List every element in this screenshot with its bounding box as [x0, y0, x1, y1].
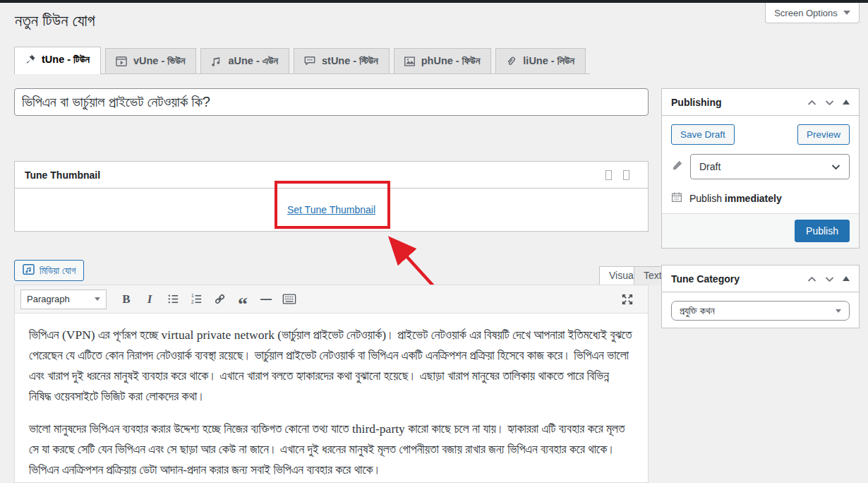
- chevron-down-icon: [836, 309, 841, 313]
- tune-thumbnail-header: Tune Thumbnail: [15, 162, 648, 189]
- fullscreen-icon[interactable]: [617, 290, 638, 309]
- numbered-list-button[interactable]: 12: [186, 290, 207, 309]
- tab-label: liUne - লিউন: [523, 55, 574, 67]
- status-select[interactable]: Draft: [690, 154, 850, 179]
- tab-phune[interactable]: phUne - ফিউন: [394, 48, 492, 73]
- paragraph-format-dropdown[interactable]: Paragraph: [20, 290, 107, 309]
- save-draft-button[interactable]: Save Draft: [671, 124, 735, 145]
- bullet-list-button[interactable]: [162, 290, 183, 309]
- editor-body[interactable]: ভিপিএন (VPN) এর পূর্ণরূপ হচ্ছে virtual p…: [15, 314, 648, 480]
- pushpin-icon: [24, 54, 36, 66]
- publishing-footer: Publish: [662, 213, 859, 248]
- tune-thumbnail-title: Tune Thumbnail: [25, 169, 100, 181]
- tab-label: vUne - ভিউন: [133, 55, 186, 67]
- panel-controls: [807, 96, 850, 109]
- paperclip-icon: [505, 55, 517, 67]
- tab-label: aUne - এউন: [228, 55, 278, 67]
- collapse-icon[interactable]: [843, 276, 850, 281]
- admin-bar-edge: [0, 0, 868, 3]
- move-up-icon[interactable]: [605, 170, 612, 180]
- collapse-icon[interactable]: [843, 100, 850, 105]
- publishing-header: Publishing: [662, 89, 859, 116]
- tune-thumbnail-body: Set Tune Thumbnail: [15, 189, 648, 231]
- move-up-icon[interactable]: [807, 96, 816, 109]
- svg-text:2: 2: [191, 299, 193, 304]
- music-note-icon: [210, 55, 222, 67]
- tune-thumbnail-metabox: Tune Thumbnail Set Tune Thumbnail: [14, 161, 649, 232]
- schedule-value: immediately: [725, 193, 782, 204]
- panel-controls: [807, 273, 850, 285]
- chevron-down-icon: [95, 297, 100, 301]
- move-down-icon[interactable]: [825, 273, 834, 285]
- category-value: প্রযুক্তি কথন: [680, 305, 715, 317]
- horizontal-rule-button[interactable]: —: [255, 290, 277, 309]
- tab-stune[interactable]: stUne - স্টিউন: [294, 48, 390, 73]
- body-paragraph: ভিপিএন (VPN) এর পূর্ণরূপ হচ্ছে virtual p…: [29, 325, 634, 407]
- publishing-title: Publishing: [671, 97, 722, 108]
- editor-mode-tabs: Visual Text: [14, 266, 649, 285]
- blockquote-button[interactable]: “: [232, 290, 253, 309]
- category-select[interactable]: প্রযুক্তি কথন: [671, 301, 850, 321]
- tab-liune[interactable]: liUne - লিউন: [495, 48, 586, 73]
- tune-title-input[interactable]: [14, 88, 649, 116]
- set-tune-thumbnail-link[interactable]: Set Tune Thumbnail: [287, 204, 375, 215]
- metabox-controls: [605, 170, 629, 180]
- format-label: Paragraph: [27, 294, 70, 304]
- italic-button[interactable]: I: [139, 290, 160, 309]
- tab-vune[interactable]: vUne - ভিউন: [105, 48, 197, 73]
- bold-button[interactable]: B: [116, 290, 137, 309]
- tab-label: phUne - ফিউন: [421, 55, 481, 67]
- publishing-body: Save Draft Preview Draft Publish immed: [662, 116, 859, 205]
- screen-options-button[interactable]: Screen Options: [765, 3, 860, 23]
- image-icon: [404, 56, 416, 67]
- move-down-icon[interactable]: [825, 96, 834, 109]
- status-value: Draft: [699, 161, 721, 172]
- chat-icon: [303, 55, 316, 67]
- calendar-icon: [671, 191, 682, 205]
- add-new-tune-page: Screen Options নতুন টিউন যোগ tUne - টিউন…: [0, 0, 868, 483]
- link-button[interactable]: [209, 290, 230, 309]
- tune-category-panel: Tune Category প্রযুক্তি কথন: [661, 265, 860, 328]
- video-icon: [115, 56, 128, 67]
- body-paragraph: ভালো মানুষদের ভিপিএন ব্যবহার করার উদ্দেশ…: [29, 419, 634, 480]
- svg-text:1: 1: [191, 293, 193, 298]
- tab-tune[interactable]: tUne - টিউন: [14, 47, 101, 74]
- move-up-icon[interactable]: [807, 273, 816, 285]
- toolbar-toggle-button[interactable]: [279, 290, 300, 309]
- preview-button[interactable]: Preview: [797, 124, 850, 145]
- tune-category-body: প্রযুক্তি কথন: [662, 292, 859, 329]
- tune-category-header: Tune Category: [662, 266, 859, 292]
- content-editor: Paragraph B I 12 “ — ভিপিএন (V: [14, 285, 649, 483]
- tab-aune[interactable]: aUne - এউন: [200, 48, 289, 73]
- chevron-down-icon: [843, 11, 850, 15]
- pencil-icon: [671, 160, 683, 174]
- publishing-panel: Publishing Save Draft Preview Draft: [661, 88, 860, 249]
- page-title: নতুন টিউন যোগ: [15, 11, 95, 30]
- editor-toolbar: Paragraph B I 12 “ —: [15, 285, 648, 314]
- tab-label: tUne - টিউন: [42, 54, 90, 66]
- screen-options-label: Screen Options: [774, 8, 838, 18]
- chevron-down-icon: [831, 164, 840, 170]
- schedule-row: Publish immediately: [671, 191, 850, 205]
- tune-type-tabs: tUne - টিউন vUne - ভিউন aUne - এউন stUne…: [14, 47, 590, 74]
- tab-label: stUne - স্টিউন: [322, 55, 378, 67]
- move-down-icon[interactable]: [623, 170, 629, 180]
- tune-category-title: Tune Category: [671, 273, 740, 285]
- schedule-prefix: Publish: [689, 193, 722, 204]
- publish-button[interactable]: Publish: [795, 220, 850, 242]
